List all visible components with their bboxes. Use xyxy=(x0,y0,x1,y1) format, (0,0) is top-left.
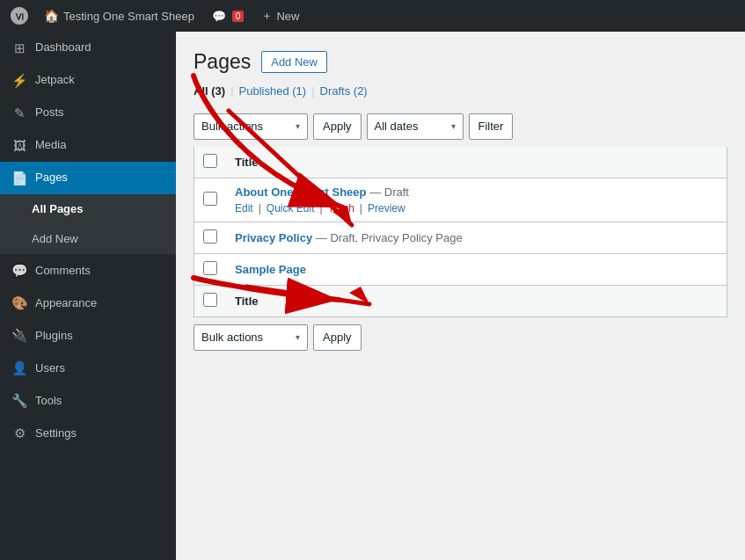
table-row: Sample Page xyxy=(194,253,727,285)
sidebar-item-posts[interactable]: ✎ Posts xyxy=(0,97,176,129)
comment-icon: 💬 xyxy=(212,10,226,23)
tablenav-top: Bulk actions ▾ Apply All dates ▾ Filter xyxy=(194,106,727,147)
table-row: About One Smart Sheep — Draft Edit | Qui… xyxy=(194,178,727,222)
sidebar-menu: ⊞ Dashboard ⚡ Jetpack ✎ Posts 🖼 Media 📄 … xyxy=(0,32,176,449)
tablenav-bottom: Bulk actions ▾ Apply xyxy=(194,317,727,358)
page-link-sample[interactable]: Sample Page xyxy=(235,263,306,276)
appearance-icon: 🎨 xyxy=(11,294,28,312)
sidebar-item-dashboard[interactable]: ⊞ Dashboard xyxy=(0,32,176,64)
footer-check-column[interactable] xyxy=(194,285,227,316)
quick-edit-link-about[interactable]: Quick Edit xyxy=(267,202,315,215)
bulk-actions-chevron-bottom: ▾ xyxy=(296,332,300,342)
cell-title-sample: Sample Page xyxy=(226,253,727,285)
sidebar-item-users[interactable]: 👤 Users xyxy=(0,352,176,384)
quick-edit-action: Quick Edit xyxy=(264,202,318,215)
row-actions-about: Edit | Quick Edit | Trash | Preview xyxy=(235,202,718,215)
page-link-privacy[interactable]: Privacy Policy xyxy=(235,231,312,244)
adminbar-comments[interactable]: 💬 0 xyxy=(205,0,252,32)
media-icon: 🖼 xyxy=(11,136,28,155)
row-check-sample[interactable] xyxy=(194,253,227,285)
cell-title-about: About One Smart Sheep — Draft Edit | Qui… xyxy=(226,178,727,222)
sidebar-item-tools[interactable]: 🔧 Tools xyxy=(0,384,176,417)
users-icon: 👤 xyxy=(11,359,28,377)
tools-icon: 🔧 xyxy=(11,391,28,410)
checkbox-sample[interactable] xyxy=(203,261,217,275)
apply-button-top[interactable]: Apply xyxy=(313,113,362,140)
plus-icon: ＋ xyxy=(261,8,273,24)
sidebar-item-comments[interactable]: 💬 Comments xyxy=(0,254,176,287)
page-suffix-privacy: — Draft, Privacy Policy Page xyxy=(316,231,463,244)
filter-drafts[interactable]: Drafts (2) xyxy=(320,84,368,98)
sidebar-item-media[interactable]: 🖼 Media xyxy=(0,129,176,162)
wp-logo-button[interactable] xyxy=(5,2,33,30)
select-all-column[interactable] xyxy=(194,147,227,178)
sidebar: ⊞ Dashboard ⚡ Jetpack ✎ Posts 🖼 Media 📄 … xyxy=(0,32,176,560)
bulk-actions-chevron-top: ▾ xyxy=(296,121,300,131)
page-heading: Pages Add New xyxy=(194,49,727,76)
sidebar-item-plugins[interactable]: 🔌 Plugins xyxy=(0,319,176,352)
pages-table: Title About One Smart Sheep — Draft Edit… xyxy=(194,147,727,317)
pages-icon: 📄 xyxy=(11,169,28,187)
filter-published[interactable]: Published (1) xyxy=(239,84,307,98)
preview-link-about[interactable]: Preview xyxy=(368,202,405,215)
title-column-header[interactable]: Title xyxy=(226,147,727,178)
filter-all[interactable]: All (3) xyxy=(194,84,225,98)
adminbar-site-name[interactable]: 🏠 Testing One Smart Sheep xyxy=(37,0,201,32)
adminbar-new-button[interactable]: ＋ New xyxy=(254,0,306,32)
main-content: Pages Add New All (3) | Published (1) | … xyxy=(176,32,745,560)
admin-bar: 🏠 Testing One Smart Sheep 💬 0 ＋ New xyxy=(0,0,745,32)
sidebar-subitem-add-new[interactable]: Add New xyxy=(0,224,176,254)
page-suffix-about: — Draft xyxy=(369,185,409,199)
sidebar-subitem-all-pages[interactable]: All Pages xyxy=(0,194,176,224)
bulk-actions-dropdown-bottom[interactable]: Bulk actions ▾ xyxy=(194,324,308,351)
table-footer-row: Title xyxy=(194,285,727,316)
table-row: Privacy Policy — Draft, Privacy Policy P… xyxy=(194,222,727,253)
checkbox-privacy[interactable] xyxy=(203,229,217,244)
sidebar-item-jetpack[interactable]: ⚡ Jetpack xyxy=(0,64,176,97)
app-layout: ⊞ Dashboard ⚡ Jetpack ✎ Posts 🖼 Media 📄 … xyxy=(0,32,745,560)
sidebar-item-appearance[interactable]: 🎨 Appearance xyxy=(0,287,176,319)
house-icon: 🏠 xyxy=(44,9,59,23)
pages-submenu: All Pages Add New xyxy=(0,194,176,254)
edit-link-about[interactable]: Edit xyxy=(235,202,253,215)
comments-icon: 💬 xyxy=(11,261,28,280)
page-link-about[interactable]: About One Smart Sheep xyxy=(235,185,367,199)
select-all-checkbox[interactable] xyxy=(203,154,217,168)
select-all-footer-checkbox[interactable] xyxy=(203,293,217,307)
posts-icon: ✎ xyxy=(11,104,28,122)
plugins-icon: 🔌 xyxy=(11,326,28,345)
filter-button-top[interactable]: Filter xyxy=(469,113,514,140)
trash-action: Trash xyxy=(325,202,357,215)
checkbox-about[interactable] xyxy=(203,192,217,206)
cell-title-privacy: Privacy Policy — Draft, Privacy Policy P… xyxy=(226,222,727,253)
table-body: About One Smart Sheep — Draft Edit | Qui… xyxy=(194,178,727,285)
dates-dropdown-top[interactable]: All dates ▾ xyxy=(367,113,464,140)
edit-action: Edit xyxy=(235,202,256,215)
table-header-row: Title xyxy=(194,147,727,178)
page-title: Pages xyxy=(194,49,251,76)
filter-links: All (3) | Published (1) | Drafts (2) xyxy=(194,84,727,98)
add-new-button[interactable]: Add New xyxy=(261,51,327,73)
sidebar-item-pages[interactable]: 📄 Pages xyxy=(0,162,176,194)
dates-chevron-top: ▾ xyxy=(451,121,456,131)
trash-link-about[interactable]: Trash xyxy=(328,202,354,215)
footer-title-column[interactable]: Title xyxy=(226,285,727,316)
dashboard-icon: ⊞ xyxy=(11,39,28,57)
row-check-about[interactable] xyxy=(194,178,227,222)
sidebar-item-settings[interactable]: ⚙ Settings xyxy=(0,417,176,449)
preview-action: Preview xyxy=(365,202,408,215)
jetpack-icon: ⚡ xyxy=(11,71,28,90)
apply-button-bottom[interactable]: Apply xyxy=(313,324,362,351)
bulk-actions-dropdown-top[interactable]: Bulk actions ▾ xyxy=(194,113,308,140)
settings-icon: ⚙ xyxy=(11,424,28,442)
row-check-privacy[interactable] xyxy=(194,222,227,253)
